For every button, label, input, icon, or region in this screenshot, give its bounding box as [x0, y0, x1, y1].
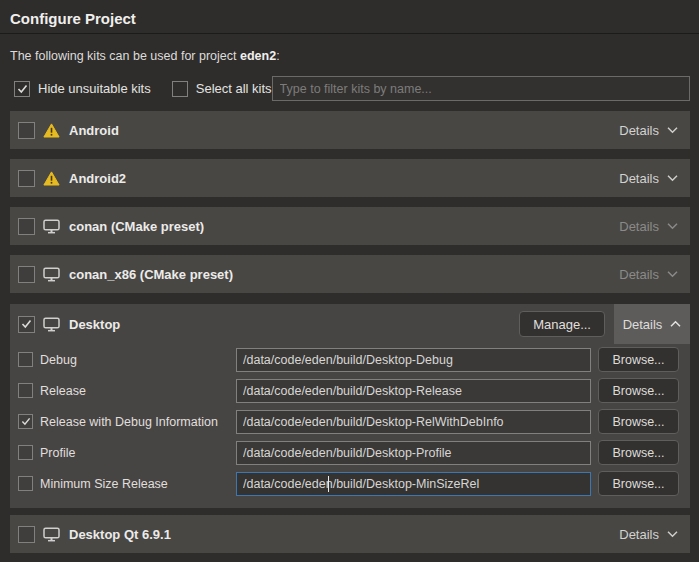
desktop-icon: [43, 317, 60, 332]
kit-checkbox[interactable]: [18, 266, 35, 283]
hide-unsuitable-kits-checkbox[interactable]: Hide unsuitable kits: [14, 81, 151, 97]
chevron-down-icon: [667, 222, 678, 230]
kit-name: Android: [69, 123, 119, 138]
warning-icon: [43, 171, 60, 186]
text-cursor: [328, 476, 329, 492]
details-button[interactable]: Details: [619, 527, 678, 542]
desktop-icon: [43, 527, 60, 542]
page-title: Configure Project: [0, 0, 699, 34]
browse-button[interactable]: Browse...: [598, 409, 679, 434]
browse-button[interactable]: Browse...: [598, 471, 679, 496]
details-label: Details: [619, 123, 659, 138]
kit-row-conan: conan (CMake preset) Details: [10, 207, 690, 245]
browse-button[interactable]: Browse...: [598, 440, 679, 465]
build-config-row-relwithdebinfo: Release with Debug Information Browse...: [10, 406, 690, 437]
kit-checkbox[interactable]: [18, 122, 35, 139]
chevron-down-icon: [667, 270, 678, 278]
kit-row-android2: Android2 Details: [10, 159, 690, 197]
kit-name: conan_x86 (CMake preset): [69, 267, 233, 282]
project-name: eden2: [240, 49, 276, 63]
browse-button[interactable]: Browse...: [598, 378, 679, 403]
select-all-kits-label: Select all kits: [196, 81, 272, 96]
warning-icon: [43, 123, 60, 138]
details-button[interactable]: Details: [619, 267, 678, 282]
config-checkbox[interactable]: [18, 383, 33, 398]
desktop-icon: [43, 219, 60, 234]
kit-checkbox[interactable]: [18, 170, 35, 187]
config-label: Minimum Size Release: [40, 477, 236, 491]
kit-filter-toolbar: Hide unsuitable kits Select all kits: [14, 76, 690, 101]
config-label: Debug: [40, 353, 236, 367]
kit-checkbox[interactable]: [18, 316, 35, 333]
build-dir-input-profile[interactable]: [236, 441, 591, 465]
build-config-row-debug: Debug Browse...: [10, 344, 690, 375]
checkbox-unchecked-icon: [172, 81, 188, 97]
hide-unsuitable-kits-label: Hide unsuitable kits: [38, 81, 151, 96]
kit-row-conan-x86: conan_x86 (CMake preset) Details: [10, 255, 690, 293]
config-checkbox[interactable]: [18, 445, 33, 460]
chevron-down-icon: [667, 126, 678, 134]
kit-filter-input[interactable]: [272, 76, 690, 101]
kit-name: Desktop Qt 6.9.1: [69, 527, 171, 542]
config-label: Release: [40, 384, 236, 398]
kit-card-desktop: Desktop Manage... Details Debug Browse..…: [10, 304, 690, 508]
config-checkbox[interactable]: [18, 352, 33, 367]
kit-row-desktop-qt: Desktop Qt 6.9.1 Details: [10, 515, 690, 553]
config-checkbox[interactable]: [18, 476, 33, 491]
build-config-row-release: Release Browse...: [10, 375, 690, 406]
kit-name: Android2: [69, 171, 126, 186]
config-label: Profile: [40, 446, 236, 460]
details-label: Details: [623, 317, 663, 332]
details-label: Details: [619, 219, 659, 234]
details-button[interactable]: Details: [619, 219, 678, 234]
desktop-icon: [43, 267, 60, 282]
intro-text: The following kits can be used for proje…: [10, 49, 689, 63]
config-checkbox[interactable]: [18, 414, 33, 429]
kit-row-android: Android Details: [10, 111, 690, 149]
build-dir-input-minsizerel[interactable]: [236, 472, 591, 496]
details-button[interactable]: Details: [619, 123, 678, 138]
browse-button[interactable]: Browse...: [598, 347, 679, 372]
kit-name: Desktop: [69, 317, 120, 332]
details-label: Details: [619, 171, 659, 186]
chevron-down-icon: [667, 530, 678, 538]
build-config-row-minsizerel: Minimum Size Release Browse...: [10, 468, 690, 499]
chevron-down-icon: [667, 174, 678, 182]
kit-row-desktop: Desktop Manage... Details: [10, 304, 690, 344]
select-all-kits-checkbox[interactable]: Select all kits: [172, 81, 272, 97]
kit-checkbox[interactable]: [18, 526, 35, 543]
intro-text-after: :: [276, 49, 279, 63]
build-dir-input-relwithdebinfo[interactable]: [236, 410, 591, 434]
manage-button[interactable]: Manage...: [519, 311, 605, 337]
kit-name: conan (CMake preset): [69, 219, 204, 234]
build-config-row-profile: Profile Browse...: [10, 437, 690, 468]
build-dir-input-debug[interactable]: [236, 348, 591, 372]
details-label: Details: [619, 527, 659, 542]
intro-text-before: The following kits can be used for proje…: [10, 49, 237, 63]
kit-checkbox[interactable]: [18, 218, 35, 235]
details-button[interactable]: Details: [619, 171, 678, 186]
build-dir-input-release[interactable]: [236, 379, 591, 403]
chevron-up-icon: [670, 320, 681, 328]
checkbox-checked-icon: [14, 81, 30, 97]
config-label: Release with Debug Information: [40, 415, 236, 429]
details-label: Details: [619, 267, 659, 282]
details-button-expanded[interactable]: Details: [614, 304, 690, 344]
